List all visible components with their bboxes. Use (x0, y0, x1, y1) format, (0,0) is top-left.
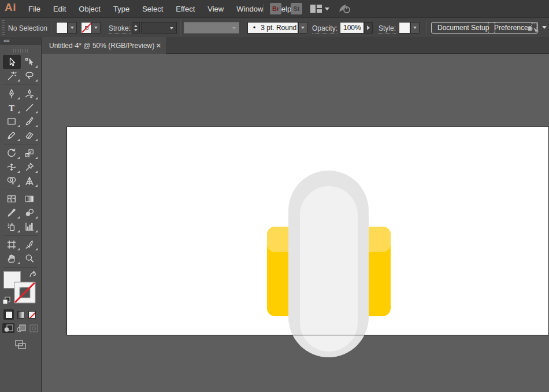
column-graph-tool[interactable] (21, 220, 39, 234)
puppet-warp-tool[interactable] (21, 160, 39, 174)
style-label[interactable]: Style: (379, 24, 396, 34)
menu-object[interactable]: Object (72, 5, 107, 13)
mesh-tool[interactable] (3, 192, 21, 206)
gpu-performance-icon[interactable] (337, 2, 353, 17)
rotate-tool[interactable] (3, 146, 21, 160)
flyout-indicator-icon (35, 125, 38, 127)
perspective-grid-tool[interactable] (21, 174, 39, 188)
canvas-pasteboard (42, 54, 549, 392)
stroke-label[interactable]: Stroke: (109, 24, 131, 34)
fill-color-chevron-icon[interactable] (68, 22, 77, 34)
scale-tool[interactable] (21, 146, 39, 160)
swap-fill-stroke-icon[interactable] (28, 271, 38, 282)
brush-definition-select[interactable]: • 3 pt. Round (247, 22, 298, 34)
flyout-indicator-icon (35, 79, 38, 82)
tools-panel-collapse-icon[interactable]: «« (0, 37, 41, 45)
divider (426, 20, 426, 36)
menu-view[interactable]: View (201, 5, 230, 13)
menu-select[interactable]: Select (136, 5, 169, 13)
rectangle-tool[interactable] (3, 114, 21, 128)
tool-group-divider (3, 84, 38, 85)
tool-group-divider (3, 190, 38, 190)
flyout-indicator-icon (17, 230, 20, 232)
stroke-weight-stepper[interactable] (132, 22, 140, 34)
menu-window[interactable]: Window (230, 5, 269, 13)
slice-tool[interactable] (21, 238, 39, 252)
document-tab-bar: Untitled-4* @ 50% (RGB/Preview) × (42, 37, 549, 54)
style-chevron-icon[interactable] (410, 22, 420, 34)
line-segment-tool[interactable] (21, 101, 39, 114)
workspace-chevron-icon[interactable] (325, 8, 329, 10)
symbol-sprayer-tool[interactable] (3, 220, 21, 234)
select-similar-chevron-icon[interactable] (542, 26, 547, 29)
hand-tool[interactable] (3, 252, 21, 265)
artboard-tool[interactable] (3, 238, 21, 252)
paintbrush-tool[interactable] (21, 114, 39, 128)
gradient-tool[interactable] (21, 192, 39, 206)
direct-selection-tool[interactable] (21, 55, 39, 69)
bridge-button[interactable]: Br (270, 3, 281, 14)
lasso-tool[interactable] (21, 69, 39, 83)
document-tab[interactable]: Untitled-4* @ 50% (RGB/Preview) × (42, 37, 166, 54)
stroke-color-swatch[interactable] (81, 22, 92, 34)
color-button[interactable] (3, 309, 14, 320)
brush-definition-chevron-icon[interactable] (298, 22, 307, 34)
brush-preview-icon: • (253, 24, 255, 32)
fill-color-swatch[interactable] (56, 22, 68, 34)
fill-stroke-indicator (0, 270, 41, 307)
flyout-indicator-icon (17, 248, 20, 250)
menu-file[interactable]: File (22, 5, 47, 13)
flyout-indicator-icon (35, 157, 38, 159)
style-swatch[interactable] (399, 22, 410, 34)
flyout-indicator-icon (17, 125, 20, 127)
select-similar-icon[interactable] (527, 23, 541, 36)
document-setup-button[interactable]: Document Setup (431, 22, 495, 34)
eyedropper-tool[interactable] (3, 206, 21, 220)
selection-status: No Selection (8, 24, 47, 32)
curvature-tool[interactable] (21, 87, 39, 101)
opacity-label[interactable]: Opacity: (312, 24, 337, 34)
tool-group-divider (3, 144, 38, 145)
selection-tool[interactable] (3, 55, 21, 69)
control-bar-grip[interactable] (2, 20, 5, 35)
pen-tool[interactable] (3, 87, 21, 101)
type-tool[interactable]: T (3, 101, 21, 114)
draw-inside-icon[interactable] (28, 323, 40, 333)
draw-normal-icon[interactable] (2, 323, 14, 333)
width-tool[interactable] (3, 160, 21, 174)
illustrator-logo: Ai (5, 1, 16, 14)
stroke-color-chevron-icon[interactable] (91, 22, 101, 34)
magic-wand-tool[interactable] (3, 69, 21, 83)
divider (180, 20, 181, 36)
none-button[interactable] (27, 309, 37, 320)
menu-type[interactable]: Type (107, 5, 136, 13)
flyout-indicator-icon (35, 97, 38, 99)
opacity-arrow-icon[interactable] (364, 22, 373, 34)
document-tab-title: Untitled-4* @ 50% (RGB/Preview) (42, 42, 154, 50)
workspace-switcher-icon[interactable] (310, 4, 322, 16)
shape-builder-tool[interactable] (3, 174, 21, 188)
default-fill-stroke-icon[interactable] (2, 297, 11, 308)
stroke-weight-select[interactable] (141, 22, 177, 34)
screen-mode-button[interactable] (14, 339, 28, 353)
stroke-profile-select[interactable] (184, 22, 239, 34)
shaper-tool[interactable] (3, 128, 21, 142)
tools-panel-grip[interactable] (13, 49, 28, 53)
gradient-button[interactable] (15, 309, 25, 320)
flyout-indicator-icon (17, 216, 20, 219)
tab-close-icon[interactable]: × (156, 42, 161, 49)
draw-behind-icon[interactable] (15, 323, 27, 333)
zoom-tool[interactable] (21, 252, 39, 265)
stroke-indicator[interactable] (14, 282, 36, 304)
menu-effect[interactable]: Effect (169, 5, 201, 13)
artwork-pill-inner[interactable] (300, 186, 358, 352)
brush-definition-value: 3 pt. Round (261, 24, 296, 32)
eraser-tool[interactable] (21, 128, 39, 142)
flyout-indicator-icon (35, 111, 38, 113)
opacity-input[interactable]: 100% (340, 22, 364, 34)
color-mode-row (0, 309, 41, 320)
menu-edit[interactable]: Edit (47, 5, 72, 13)
flyout-indicator-icon (17, 139, 20, 141)
blend-tool[interactable] (21, 206, 39, 220)
stock-button[interactable]: St (291, 3, 302, 14)
